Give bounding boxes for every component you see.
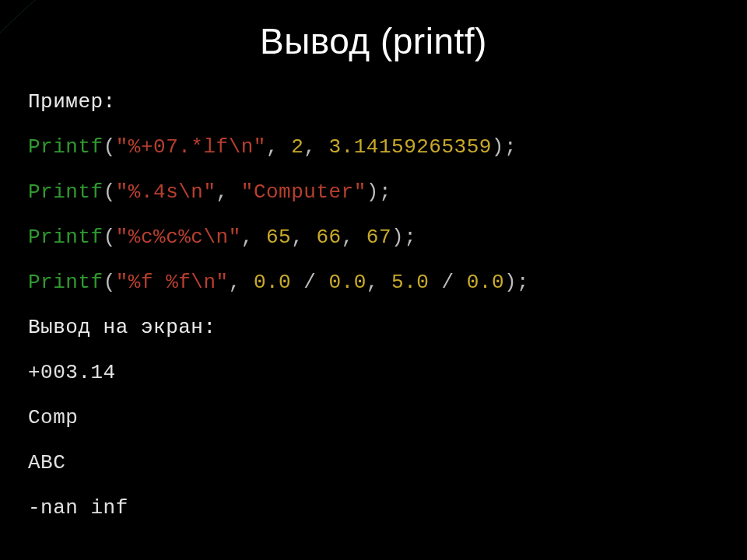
arg-num: 0.0 [329,271,366,294]
example-label: Пример: [28,92,719,112]
arg-char-3: 67 [366,226,391,249]
arg-string: "Computer" [241,180,366,204]
comma: , [303,135,328,159]
paren-close: ); [391,226,416,249]
arg-value: 3.14159265359 [329,135,492,159]
code-line-2: Printf("%.4s\n", "Computer"); [28,182,719,202]
comma: , [291,226,316,249]
format-string: "%+07.*lf\n" [116,135,266,159]
paren-open: ( [103,271,116,294]
printf-call: Printf [28,226,103,249]
format-string: "%.4s\n" [116,180,216,204]
slide: Вывод (printf) Пример: Printf("%+07.*lf\… [0,0,747,560]
arg-num: 0.0 [467,271,504,294]
paren-open: ( [103,226,116,249]
output-line-4: -nan inf [28,498,719,518]
output-line-3: ABC [28,453,719,473]
arg-char-1: 65 [266,226,291,249]
arg-precision: 2 [291,135,303,159]
slide-content: Вывод (printf) Пример: Printf("%+07.*lf\… [0,0,747,518]
arg-num: 0.0 [254,271,291,294]
code-line-4: Printf("%f %f\n", 0.0 / 0.0, 5.0 / 0.0); [28,272,719,292]
printf-call: Printf [28,135,103,159]
paren-close: ); [492,135,517,159]
divide-op: / [429,271,466,294]
paren-open: ( [103,180,116,204]
comma: , [241,226,266,249]
arg-num: 5.0 [391,271,429,294]
code-line-1: Printf("%+07.*lf\n", 2, 3.14159265359); [28,137,719,157]
comma: , [342,226,366,249]
output-line-2: Comp [28,408,719,428]
slide-title: Вывод (printf) [28,20,719,62]
printf-call: Printf [28,180,103,204]
arg-char-2: 66 [316,226,341,249]
code-line-3: Printf("%c%c%c\n", 65, 66, 67); [28,227,719,247]
paren-close: ); [504,271,529,294]
comma: , [229,271,254,294]
comma: , [266,135,291,159]
paren-close: ); [366,180,391,204]
paren-open: ( [103,135,116,159]
divide-op: / [291,271,328,294]
format-string: "%f %f\n" [116,271,229,294]
output-line-1: +003.14 [28,362,719,383]
printf-call: Printf [28,271,103,294]
comma: , [366,271,391,294]
format-string: "%c%c%c\n" [116,226,241,249]
comma: , [216,180,241,204]
output-label: Вывод на экран: [28,317,719,338]
